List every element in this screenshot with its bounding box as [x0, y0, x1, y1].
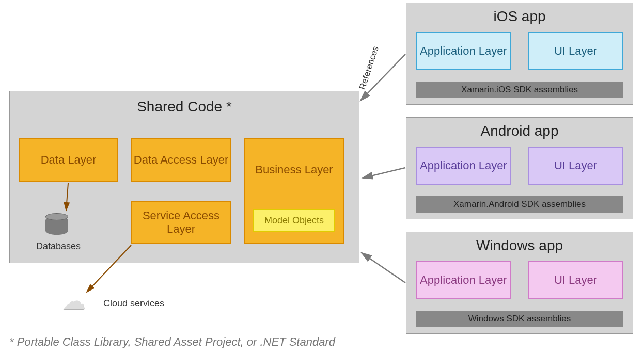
- data-access-layer-box: Data Access Layer: [131, 138, 231, 182]
- references-label: References: [357, 45, 381, 91]
- data-layer-box: Data Layer: [19, 138, 118, 182]
- android-app-title: Android app: [406, 118, 633, 139]
- android-app-layer-box: Application Layer: [416, 147, 511, 185]
- windows-app-title: Windows app: [406, 232, 633, 254]
- shared-code-title: Shared Code *: [10, 91, 359, 115]
- model-objects-box: Model Objects: [253, 209, 335, 232]
- cloud-icon: [62, 293, 91, 314]
- windows-ui-layer-box: UI Layer: [528, 261, 623, 299]
- footnote-text: * Portable Class Library, Shared Asset P…: [9, 335, 335, 349]
- svg-line-1: [363, 168, 405, 178]
- ios-app-layer-box: Application Layer: [416, 32, 511, 70]
- windows-sdk-bar: Windows SDK assemblies: [416, 311, 623, 327]
- ios-sdk-bar: Xamarin.iOS SDK assemblies: [416, 82, 623, 98]
- database-icon: [45, 213, 68, 238]
- cloud-services-label: Cloud services: [103, 298, 164, 309]
- ios-ui-layer-box: UI Layer: [528, 32, 623, 70]
- android-sdk-bar: Xamarin.Android SDK assemblies: [416, 196, 623, 213]
- android-ui-layer-box: UI Layer: [528, 147, 623, 185]
- databases-label: Databases: [36, 241, 81, 252]
- service-access-layer-box: Service Access Layer: [131, 201, 231, 244]
- windows-app-layer-box: Application Layer: [416, 261, 511, 299]
- ios-app-title: iOS app: [406, 3, 633, 25]
- svg-line-2: [362, 253, 405, 283]
